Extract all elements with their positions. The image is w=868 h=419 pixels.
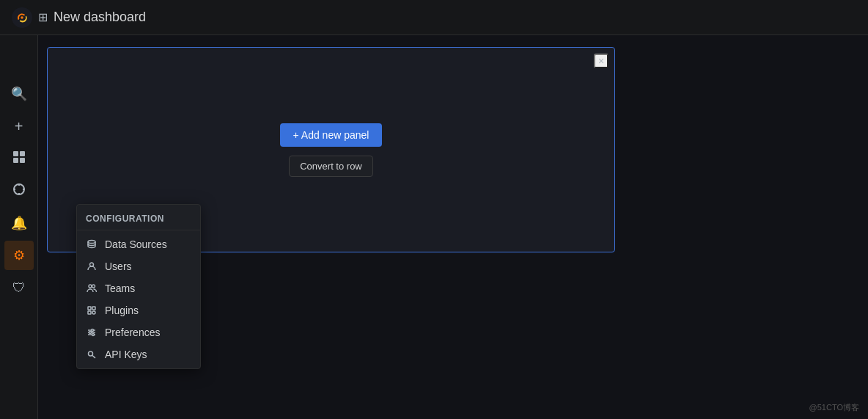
explore-icon <box>12 183 26 200</box>
panel-close-button[interactable]: × <box>594 54 608 68</box>
teams-icon <box>86 283 98 294</box>
svg-rect-11 <box>88 307 91 310</box>
header: ⊞ New dashboard <box>0 0 868 35</box>
dashboard-grid-icon: ⊞ <box>38 10 48 24</box>
main-layout: 🔍 + 🔔 <box>0 35 868 419</box>
svg-point-18 <box>92 329 94 332</box>
bell-icon: 🔔 <box>11 215 27 231</box>
config-menu-header: Configuration <box>77 208 200 230</box>
svg-point-9 <box>89 285 92 288</box>
sidebar-item-add[interactable]: + <box>4 112 34 141</box>
svg-line-22 <box>92 355 96 358</box>
user-icon <box>86 260 98 272</box>
sidebar-item-configuration[interactable]: ⚙ <box>4 241 34 270</box>
svg-rect-5 <box>20 158 25 163</box>
svg-point-14 <box>92 311 95 314</box>
grafana-logo-icon <box>12 7 32 28</box>
config-preferences-label: Preferences <box>105 327 160 338</box>
svg-point-19 <box>89 332 92 334</box>
database-icon <box>86 238 98 250</box>
svg-rect-4 <box>13 158 18 163</box>
config-plugins-label: Plugins <box>105 305 139 316</box>
content-area: × + Add new panel Convert to row Configu… <box>38 35 868 419</box>
config-item-plugins[interactable]: Plugins <box>77 299 200 321</box>
svg-point-10 <box>92 285 95 288</box>
sliders-icon <box>86 327 98 338</box>
dashboards-icon <box>12 150 26 167</box>
sidebar-item-search[interactable]: 🔍 <box>4 79 34 109</box>
config-api-keys-label: API Keys <box>105 349 147 360</box>
sidebar-item-alerting[interactable]: 🔔 <box>4 208 34 238</box>
gear-icon: ⚙ <box>13 247 25 263</box>
sidebar-item-explore[interactable] <box>4 176 34 205</box>
add-new-panel-button[interactable]: + Add new panel <box>280 123 383 147</box>
convert-to-row-button[interactable]: Convert to row <box>289 156 373 177</box>
plugins-icon <box>86 305 98 316</box>
configuration-dropdown: Configuration Data Sources <box>76 204 201 369</box>
sidebar-item-admin[interactable]: 🛡 <box>4 273 34 302</box>
config-data-sources-label: Data Sources <box>105 238 167 250</box>
config-users-label: Users <box>105 260 132 272</box>
watermark: @51CTO博客 <box>809 402 859 413</box>
svg-point-6 <box>14 184 24 194</box>
svg-rect-13 <box>88 311 91 314</box>
config-teams-label: Teams <box>105 283 135 294</box>
config-item-api-keys[interactable]: API Keys <box>77 343 200 365</box>
svg-line-23 <box>94 357 95 357</box>
svg-point-1 <box>21 16 23 19</box>
header-title-group: ⊞ New dashboard <box>12 7 146 28</box>
sidebar-item-dashboards[interactable] <box>4 144 34 173</box>
svg-rect-2 <box>13 151 18 156</box>
search-icon: 🔍 <box>11 86 27 102</box>
shield-icon: 🛡 <box>12 280 26 296</box>
config-item-data-sources[interactable]: Data Sources <box>77 233 200 255</box>
svg-rect-3 <box>20 151 25 156</box>
config-item-preferences[interactable]: Preferences <box>77 321 200 343</box>
sidebar: 🔍 + 🔔 <box>0 35 38 419</box>
close-icon: × <box>598 55 604 67</box>
plus-icon: + <box>15 118 23 135</box>
config-item-users[interactable]: Users <box>77 255 200 277</box>
sidebar-logo <box>4 41 34 70</box>
svg-rect-12 <box>92 307 95 310</box>
config-item-teams[interactable]: Teams <box>77 277 200 299</box>
page-title: New dashboard <box>54 10 146 25</box>
svg-point-7 <box>88 241 95 244</box>
svg-point-20 <box>92 334 95 336</box>
key-icon <box>86 349 98 360</box>
